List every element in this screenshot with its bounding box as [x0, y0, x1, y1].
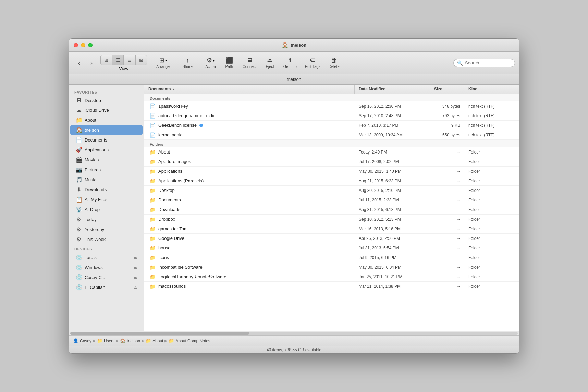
table-row[interactable]: 📁 Desktop Aug 30, 2015, 2:10 PM -- Folde… — [144, 186, 519, 195]
delete-button[interactable]: 🗑 Delete — [325, 56, 343, 70]
table-row[interactable]: 📁 macossounds Mar 11, 2014, 1:38 PM -- F… — [144, 282, 519, 291]
hscroll-thumb[interactable] — [70, 332, 249, 335]
view-icon-btn[interactable]: ⊞ — [100, 55, 112, 65]
sidebar-item-tardis[interactable]: 💿 Tardis ⏏ — [70, 253, 143, 262]
table-row[interactable]: 📁 Icons Jul 9, 2015, 6:16 PM -- Folder — [144, 253, 519, 262]
breadcrumb-tnelson[interactable]: 🏠 tnelson — [120, 338, 140, 343]
file-name-cell: 📄 autocad sledgehammer rc lic — [144, 112, 355, 120]
back-button[interactable]: ‹ — [73, 58, 85, 68]
view-buttons: ⊞ ☰ ⊟ ⊠ — [100, 55, 147, 65]
col-date-header[interactable]: Date Modified — [355, 85, 430, 94]
col-name-header[interactable]: Documents ▲ — [144, 85, 355, 94]
folder-date: Jul 31, 2013, 5:54 PM — [355, 244, 430, 252]
maximize-button[interactable] — [88, 43, 93, 47]
about-bc-icon: 📁 — [146, 338, 151, 343]
thisweek-icon: ⚙ — [76, 236, 82, 243]
search-input[interactable] — [465, 60, 511, 65]
sidebar-item-windows[interactable]: 💿 Windows ⏏ — [70, 262, 143, 272]
table-row[interactable]: 📄 GeekBench license Feb 7, 2010, 3:17 PM… — [144, 121, 519, 130]
table-row[interactable]: 📁 Incompatible Software May 30, 2015, 6:… — [144, 262, 519, 272]
folder-date: Sep 10, 2012, 5:13 PM — [355, 216, 430, 223]
table-row[interactable]: 📁 Google Drive Apr 26, 2013, 2:56 PM -- … — [144, 234, 519, 243]
action-label: Action — [205, 64, 216, 69]
folder-name-text: LogitechHarmonyRemoteSoftware — [158, 274, 226, 279]
sidebar-item-movies[interactable]: 🎬 Movies — [70, 155, 143, 165]
caseycl-eject-icon[interactable]: ⏏ — [133, 275, 137, 280]
about-folder-icon: 📁 — [76, 117, 82, 123]
tardis-eject-icon[interactable]: ⏏ — [133, 255, 137, 260]
sidebar-item-pictures[interactable]: 📷 Pictures — [70, 165, 143, 175]
col-kind-header[interactable]: Kind — [464, 85, 519, 94]
desktop-icon: 🖥 — [76, 97, 82, 103]
sidebar-item-thisweek[interactable]: ⚙ This Week — [70, 234, 143, 244]
col-size-header[interactable]: Size — [430, 85, 464, 94]
horizontal-scrollbar[interactable] — [69, 331, 519, 335]
sidebar-item-downloads[interactable]: ⬇ Downloads — [70, 185, 143, 195]
table-row[interactable]: 📁 About Today, 2:40 PM -- Folder — [144, 147, 519, 157]
devices-section-label: Devices — [69, 244, 144, 253]
folder-name-cell: 📁 About — [144, 148, 355, 156]
table-row[interactable]: 📄 1password key Sep 16, 2012, 2:30 PM 34… — [144, 101, 519, 111]
search-box[interactable]: 🔍 — [453, 59, 515, 67]
view-cover-btn[interactable]: ⊠ — [135, 55, 147, 65]
sidebar-item-elcapitan[interactable]: 💿 El Capitan ⏏ — [70, 282, 143, 292]
share-button[interactable]: ↑ Share — [179, 56, 196, 70]
table-row[interactable]: 📁 house Jul 31, 2013, 5:54 PM -- Folder — [144, 243, 519, 253]
casey-icon: 👤 — [73, 338, 78, 343]
eject-button[interactable]: ⏏ Eject — [261, 56, 279, 70]
sidebar-item-yesterday[interactable]: ⚙ Yesterday — [70, 224, 143, 234]
folders-section-header: Folders — [144, 140, 519, 147]
elcapitan-icon: 💿 — [76, 284, 82, 291]
aboutcompnotes-bc-label: About Comp Notes — [175, 339, 210, 343]
windows-eject-icon[interactable]: ⏏ — [133, 265, 137, 270]
sidebar-item-tnelson[interactable]: 🏠 tnelson — [70, 125, 143, 135]
sidebar-item-documents[interactable]: 📄 Documents — [70, 135, 143, 145]
edittags-button[interactable]: 🏷 Edit Tags — [302, 56, 324, 70]
folder-icon: 📁 — [150, 284, 156, 289]
arrange-button[interactable]: ⊞ ▾ Arrange — [153, 56, 173, 70]
breadcrumb-casey[interactable]: 👤 Casey — [73, 338, 91, 343]
sidebar-item-applications[interactable]: 🚀 Applications — [70, 145, 143, 155]
table-row[interactable]: 📁 Aperture images Jul 17, 2008, 2:02 PM … — [144, 157, 519, 167]
file-name-text: GeekBench license — [158, 123, 197, 128]
col-date-label: Date Modified — [359, 87, 386, 91]
close-button[interactable] — [74, 43, 78, 47]
folder-name-cell: 📁 macossounds — [144, 282, 355, 291]
today-icon: ⚙ — [76, 216, 82, 223]
table-row[interactable]: 📄 autocad sledgehammer rc lic Sep 17, 20… — [144, 111, 519, 121]
sidebar-item-desktop[interactable]: 🖥 Desktop — [70, 96, 143, 105]
folder-icon: 📁 — [150, 255, 156, 260]
path-button[interactable]: ⬛ Path — [221, 56, 238, 70]
table-row[interactable]: 📁 Applications (Parallels) Aug 21, 2015,… — [144, 176, 519, 186]
elcapitan-eject-icon[interactable]: ⏏ — [133, 285, 137, 290]
sidebar-documents-label: Documents — [85, 137, 107, 143]
folder-name-text: games for Tom — [158, 226, 188, 231]
getinfo-button[interactable]: ℹ Get Info — [280, 56, 300, 70]
view-list-btn[interactable]: ☰ — [112, 55, 124, 65]
forward-button[interactable]: › — [85, 58, 98, 68]
sidebar-item-airdrop[interactable]: 📡 AirDrop — [70, 205, 143, 215]
casey-label: Casey — [80, 339, 91, 343]
table-row[interactable]: 📁 LogitechHarmonyRemoteSoftware Jan 25, … — [144, 272, 519, 282]
bc-arrow-2: ▶ — [116, 339, 119, 343]
table-row[interactable]: 📄 kernal panic Mar 13, 2009, 10:34 AM 55… — [144, 130, 519, 140]
breadcrumb-users[interactable]: 📁 Users — [97, 338, 114, 343]
sidebar-item-allmyfiles[interactable]: 📋 All My Files — [70, 195, 143, 205]
table-row[interactable]: 📁 Dropbox Sep 10, 2012, 5:13 PM -- Folde… — [144, 215, 519, 224]
action-button[interactable]: ⚙ ▾ Action — [202, 56, 219, 70]
minimize-button[interactable] — [81, 43, 85, 47]
sidebar-item-today[interactable]: ⚙ Today — [70, 215, 143, 224]
connect-button[interactable]: 🖥 Connect — [239, 56, 260, 70]
table-row[interactable]: 📁 Downloads Aug 31, 2015, 6:18 PM -- Fol… — [144, 205, 519, 215]
path-label: Path — [225, 64, 233, 69]
table-row[interactable]: 📁 Applications May 30, 2015, 1:40 PM -- … — [144, 167, 519, 176]
table-row[interactable]: 📁 games for Tom Mar 16, 2013, 5:16 PM --… — [144, 224, 519, 234]
breadcrumb-aboutcompnotes[interactable]: 📁 About Comp Notes — [169, 338, 210, 343]
sidebar-item-music[interactable]: 🎵 Music — [70, 175, 143, 185]
table-row[interactable]: 📁 Documents Jul 11, 2015, 2:23 PM -- Fol… — [144, 195, 519, 205]
sidebar-item-caseycl[interactable]: 💿 Casey Cl... ⏏ — [70, 272, 143, 282]
sidebar-item-about[interactable]: 📁 About — [70, 115, 143, 125]
view-column-btn[interactable]: ⊟ — [124, 55, 135, 65]
sidebar-item-icloud[interactable]: ☁ iCloud Drive — [70, 105, 143, 115]
breadcrumb-about[interactable]: 📁 About — [146, 338, 163, 343]
